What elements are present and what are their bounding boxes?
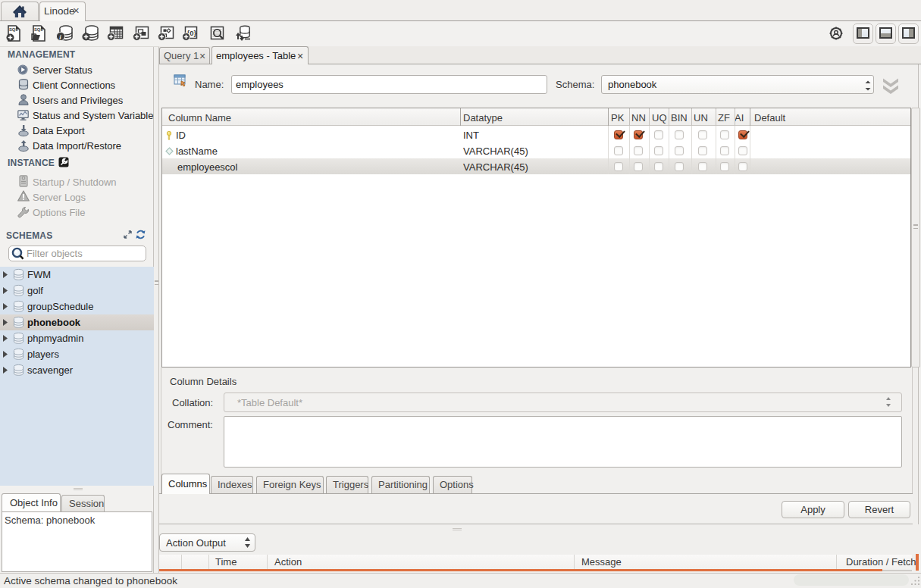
- svg-text:SQL: SQL: [9, 27, 18, 32]
- svg-text:SQL: SQL: [34, 27, 43, 32]
